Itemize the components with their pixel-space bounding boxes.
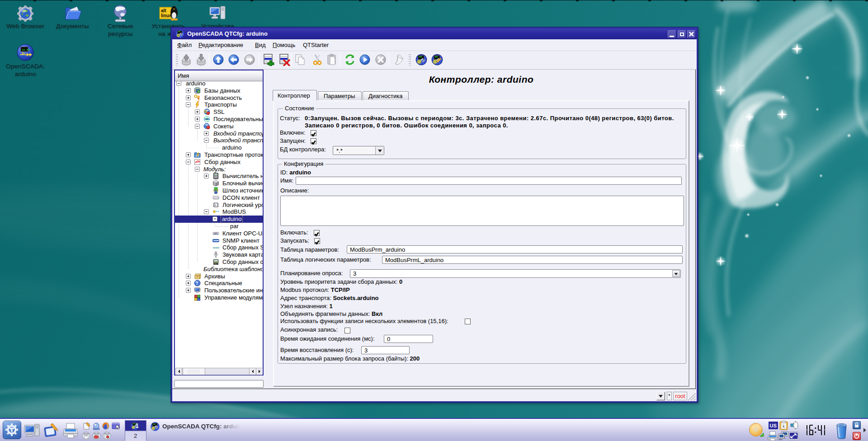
svg-text:10.95: 10.95: [22, 48, 30, 52]
svg-text:US: US: [770, 423, 777, 428]
svg-text:alt: alt: [161, 8, 166, 13]
svg-text:linux: linux: [161, 13, 172, 18]
